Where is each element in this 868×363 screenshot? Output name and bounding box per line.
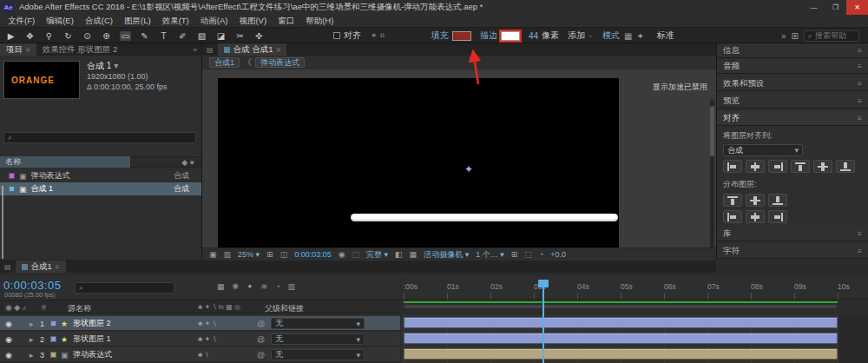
project-list-header[interactable]: 名称 ◆ ●: [0, 156, 201, 168]
layer-row-2[interactable]: ◉ ▸ 2 ★ 形状图层 1 ♣ ✦ ∖ @ 无▾: [0, 332, 400, 346]
layer-switches[interactable]: ♣ ∖: [198, 347, 209, 362]
current-time-indicator-handle[interactable]: [538, 280, 549, 287]
exposure-value[interactable]: +0.0: [550, 250, 566, 259]
layer-bar-2[interactable]: [404, 333, 838, 344]
fill-color-swatch[interactable]: [452, 31, 471, 41]
menu-window[interactable]: 窗口: [278, 16, 294, 27]
fill-label[interactable]: 填充: [431, 30, 449, 42]
distribute-vertical-center-button[interactable]: [746, 194, 765, 207]
distribute-bottom-button[interactable]: [768, 194, 787, 207]
graph-editor-icon[interactable]: ▥: [288, 282, 296, 291]
menu-file[interactable]: 文件(F): [8, 16, 35, 27]
composition-mini-flowchart-icon[interactable]: ▦: [217, 282, 225, 291]
current-time-indicator-line[interactable]: [542, 280, 544, 363]
panel-menu-icon[interactable]: ≡: [277, 46, 281, 54]
tab-overflow-icon[interactable]: »: [194, 46, 201, 54]
label-color-chip[interactable]: [50, 336, 56, 342]
region-of-interest-icon[interactable]: ⬚: [352, 250, 360, 259]
zoom-value[interactable]: 25% ▾: [238, 250, 260, 259]
tab-composition[interactable]: 合成 合成1 ≡: [218, 43, 287, 56]
footage-thumbnail[interactable]: ORANGE: [3, 61, 80, 99]
close-button[interactable]: ✕: [846, 0, 868, 15]
fast-previews-icon[interactable]: ◧: [395, 250, 403, 259]
panel-menu-icon[interactable]: ≡: [858, 80, 862, 88]
tab-timeline-comp1[interactable]: 合成1 ≡: [16, 261, 66, 273]
panel-menu-icon[interactable]: ≡: [56, 263, 60, 271]
distribute-top-button[interactable]: [723, 194, 742, 207]
align-left-button[interactable]: [723, 160, 742, 173]
breadcrumb-current[interactable]: 弹动表达式: [255, 57, 305, 68]
panel-menu-icon[interactable]: ≡: [26, 46, 30, 54]
workspace-grid-icon[interactable]: ⊞: [792, 31, 799, 41]
hand-tool-icon[interactable]: ✥: [24, 31, 36, 41]
parent-pickwhip-icon[interactable]: @: [257, 316, 265, 331]
brush-tool-icon[interactable]: ✐: [177, 31, 188, 41]
expand-arrow-icon[interactable]: ▸: [30, 347, 34, 362]
pan-behind-tool-icon[interactable]: ⊕: [101, 31, 112, 41]
layer-row-1[interactable]: ◉ ▸ 1 ★ 形状图层 2 ♣ ✦ ∖ @ 无▾: [0, 316, 400, 331]
expand-arrow-icon[interactable]: ▸: [30, 316, 34, 331]
stroke-width-value[interactable]: 44: [529, 31, 538, 41]
pixel-aspect-icon[interactable]: ⊞: [511, 250, 518, 259]
roto-brush-tool-icon[interactable]: ✂: [234, 31, 246, 41]
align-horizontal-center-button[interactable]: [746, 160, 765, 173]
align-to-dropdown[interactable]: 合成▾: [723, 144, 803, 156]
align-vertical-center-button[interactable]: [813, 160, 832, 173]
parent-dropdown[interactable]: 无▾: [271, 333, 365, 345]
panel-list-icon[interactable]: ▤: [202, 46, 218, 54]
always-preview-icon[interactable]: ▣: [209, 250, 217, 259]
layer-bar-1[interactable]: [404, 317, 838, 328]
distribute-horizontal-center-button[interactable]: [746, 210, 765, 223]
panel-menu-icon[interactable]: ≡: [858, 97, 862, 105]
frame-blending-icon[interactable]: ≋: [261, 282, 268, 291]
parent-link-column-header[interactable]: 父级和链接: [265, 303, 304, 314]
panel-menu-icon[interactable]: ≡: [858, 47, 862, 55]
anchor-point-star[interactable]: ✦: [464, 163, 473, 175]
stroke-label[interactable]: 描边: [480, 30, 497, 42]
selected-item-name[interactable]: 合成 1 ▾: [87, 61, 168, 71]
align-bottom-button[interactable]: [836, 160, 855, 173]
eye-icon[interactable]: ◉: [5, 347, 12, 362]
resolution-value[interactable]: 完整 ▾: [366, 249, 388, 261]
mode-label[interactable]: 模式: [602, 30, 620, 42]
menu-effect[interactable]: 效果(T): [162, 16, 189, 27]
panel-character[interactable]: 字符≡: [717, 244, 868, 259]
composition-canvas[interactable]: ✦: [218, 78, 619, 248]
panel-preview[interactable]: 预览≡: [717, 94, 868, 109]
snap-checkbox[interactable]: [333, 32, 340, 39]
shape-tool-icon[interactable]: ▭: [120, 31, 131, 41]
zoom-tool-icon[interactable]: ⚲: [43, 31, 55, 41]
panel-effects-presets[interactable]: 效果和预设≡: [717, 76, 868, 91]
view-layout-value[interactable]: 1 个… ▾: [476, 249, 504, 261]
panel-menu-icon[interactable]: ≡: [858, 115, 862, 122]
layer-row-3[interactable]: ◉ ▸ 3 ▣ 弹动表达式 ♣ ∖ @ 无▾: [0, 347, 400, 362]
expand-arrow-icon[interactable]: ▸: [30, 332, 34, 346]
snap-options2-icon[interactable]: ⌗: [380, 30, 385, 41]
selection-tool-icon[interactable]: ▶: [5, 31, 16, 41]
distribute-left-button[interactable]: [723, 210, 742, 223]
workspace-tab[interactable]: 标准: [657, 30, 674, 42]
layer-bar-3[interactable]: [404, 348, 838, 360]
tab-effect-controls[interactable]: 效果控件 形状图层 2: [36, 43, 124, 56]
magnification-icon[interactable]: ▥: [224, 250, 232, 259]
active-camera-value[interactable]: 活动摄像机 ▾: [424, 249, 469, 261]
maximize-button[interactable]: ❐: [825, 0, 846, 15]
layer-name[interactable]: 形状图层 2: [73, 316, 111, 331]
align-right-button[interactable]: [768, 160, 787, 173]
menu-layer[interactable]: 图层(L): [124, 16, 151, 27]
minimize-button[interactable]: —: [803, 0, 825, 15]
tab-project[interactable]: 项目 ≡: [0, 43, 36, 56]
parent-dropdown[interactable]: 无▾: [271, 318, 365, 329]
parent-pickwhip-icon[interactable]: @: [257, 347, 265, 362]
clone-stamp-tool-icon[interactable]: ▧: [196, 31, 207, 41]
layer-name[interactable]: 形状图层 1: [73, 332, 111, 346]
camera-tool-icon[interactable]: ⊙: [82, 31, 93, 41]
panel-menu-icon[interactable]: ≡: [858, 248, 862, 255]
viewport-scrollbar[interactable]: [710, 99, 714, 269]
motion-blur-icon[interactable]: ◔: [275, 282, 279, 291]
pen-tool-icon[interactable]: ✎: [139, 31, 150, 41]
menu-view[interactable]: 视图(V): [239, 16, 266, 27]
snap-options-icon[interactable]: ⌖: [372, 30, 377, 41]
project-row-comp1[interactable]: ▣ 合成 1 合成: [0, 182, 201, 195]
puppet-pin-tool-icon[interactable]: ✜: [253, 31, 265, 41]
